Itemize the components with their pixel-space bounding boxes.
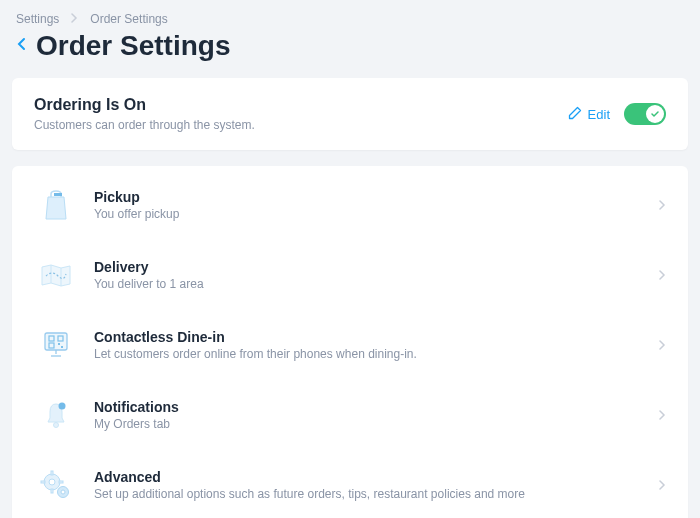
ordering-title: Ordering Is On [34, 96, 255, 114]
item-title: Pickup [94, 189, 659, 205]
chevron-right-icon [659, 476, 666, 494]
item-subtitle: My Orders tab [94, 417, 659, 431]
svg-point-14 [49, 479, 55, 485]
item-subtitle: Let customers order online from their ph… [94, 347, 659, 361]
chevron-right-icon [659, 406, 666, 424]
chevron-right-icon [659, 196, 666, 214]
svg-rect-3 [45, 333, 67, 350]
svg-rect-18 [59, 481, 63, 483]
settings-list: Pickup You offer pickup Delivery You del… [12, 166, 688, 518]
bag-icon [34, 185, 78, 225]
item-subtitle: You offer pickup [94, 207, 659, 221]
item-subtitle: You deliver to 1 area [94, 277, 659, 291]
chevron-right-icon [659, 266, 666, 284]
chevron-right-icon [659, 336, 666, 354]
svg-rect-7 [58, 343, 60, 345]
list-item-delivery[interactable]: Delivery You deliver to 1 area [12, 240, 688, 310]
svg-rect-16 [51, 489, 53, 493]
gears-icon [34, 465, 78, 505]
qr-screen-icon [34, 325, 78, 365]
svg-rect-15 [51, 471, 53, 475]
list-item-pickup[interactable]: Pickup You offer pickup [12, 170, 688, 240]
item-subtitle: Set up additional options such as future… [94, 487, 659, 501]
svg-rect-8 [61, 346, 63, 348]
item-title: Notifications [94, 399, 659, 415]
bell-icon [34, 395, 78, 435]
list-item-notifications[interactable]: Notifications My Orders tab [12, 380, 688, 450]
breadcrumb-current: Order Settings [90, 12, 167, 26]
svg-rect-0 [54, 193, 62, 196]
back-button[interactable] [16, 37, 26, 55]
item-title: Delivery [94, 259, 659, 275]
ordering-subtitle: Customers can order through the system. [34, 118, 255, 132]
edit-button[interactable]: Edit [568, 106, 610, 123]
svg-point-11 [54, 423, 59, 428]
svg-point-12 [59, 403, 66, 410]
edit-label: Edit [588, 107, 610, 122]
ordering-toggle[interactable] [624, 103, 666, 125]
map-icon [34, 255, 78, 295]
breadcrumb-root[interactable]: Settings [16, 12, 59, 26]
ordering-card: Ordering Is On Customers can order throu… [12, 78, 688, 150]
breadcrumb: Settings Order Settings [0, 0, 700, 30]
check-icon [650, 109, 660, 119]
page-title: Order Settings [36, 30, 230, 62]
svg-point-20 [61, 490, 65, 494]
pencil-icon [568, 106, 582, 123]
svg-rect-17 [41, 481, 45, 483]
item-title: Contactless Dine-in [94, 329, 659, 345]
chevron-right-icon [71, 12, 78, 26]
list-item-advanced[interactable]: Advanced Set up additional options such … [12, 450, 688, 518]
item-title: Advanced [94, 469, 659, 485]
list-item-contactless[interactable]: Contactless Dine-in Let customers order … [12, 310, 688, 380]
